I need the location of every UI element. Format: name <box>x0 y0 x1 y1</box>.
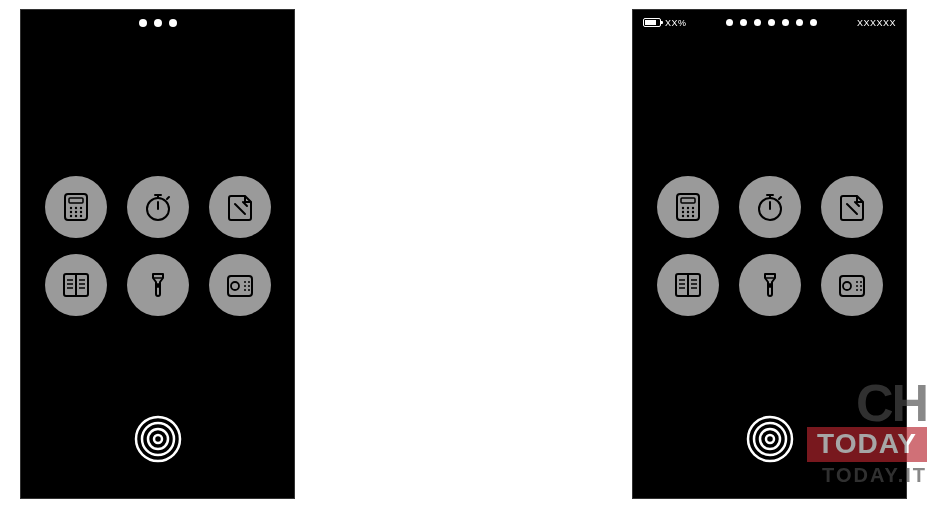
fingerprint-sensor[interactable] <box>134 415 182 463</box>
fingerprint-icon <box>134 415 182 463</box>
time-text: XXXXXX <box>857 18 896 28</box>
stopwatch-icon <box>753 190 787 224</box>
battery-icon <box>643 18 661 27</box>
page-dot <box>754 19 761 26</box>
contacts-icon <box>671 268 705 302</box>
flashlight-icon <box>753 268 787 302</box>
radio-icon <box>223 268 257 302</box>
page-dot <box>782 19 789 26</box>
fingerprint-sensor[interactable] <box>746 415 794 463</box>
notes-app[interactable] <box>821 176 883 238</box>
radio-icon <box>835 268 869 302</box>
stopwatch-app[interactable] <box>127 176 189 238</box>
stopwatch-icon <box>141 190 175 224</box>
calculator-icon <box>59 190 93 224</box>
stopwatch-app[interactable] <box>739 176 801 238</box>
page-dot <box>154 19 162 27</box>
page-dot <box>139 19 147 27</box>
contacts-app[interactable] <box>45 254 107 316</box>
page-dot <box>768 19 775 26</box>
app-grid <box>45 176 271 316</box>
radio-app[interactable] <box>821 254 883 316</box>
fingerprint-icon <box>746 415 794 463</box>
contacts-icon <box>59 268 93 302</box>
flashlight-app[interactable] <box>127 254 189 316</box>
notes-icon <box>835 190 869 224</box>
notes-app[interactable] <box>209 176 271 238</box>
app-grid <box>657 176 883 316</box>
battery-text: XX% <box>665 18 687 28</box>
radio-app[interactable] <box>209 254 271 316</box>
page-dot <box>810 19 817 26</box>
page-indicator <box>726 19 817 26</box>
contacts-app[interactable] <box>657 254 719 316</box>
calculator-icon <box>671 190 705 224</box>
flashlight-icon <box>141 268 175 302</box>
phone-mockup-b: XX% XXXXXX <box>632 9 907 499</box>
calculator-app[interactable] <box>45 176 107 238</box>
page-indicator <box>139 19 177 27</box>
page-dot <box>796 19 803 26</box>
flashlight-app[interactable] <box>739 254 801 316</box>
calculator-app[interactable] <box>657 176 719 238</box>
status-bar: XX% XXXXXX <box>633 10 906 36</box>
status-bar <box>21 10 294 36</box>
page-dot <box>740 19 747 26</box>
battery-indicator: XX% <box>643 18 687 28</box>
page-dot <box>726 19 733 26</box>
phone-mockup-a <box>20 9 295 499</box>
page-dot <box>169 19 177 27</box>
notes-icon <box>223 190 257 224</box>
